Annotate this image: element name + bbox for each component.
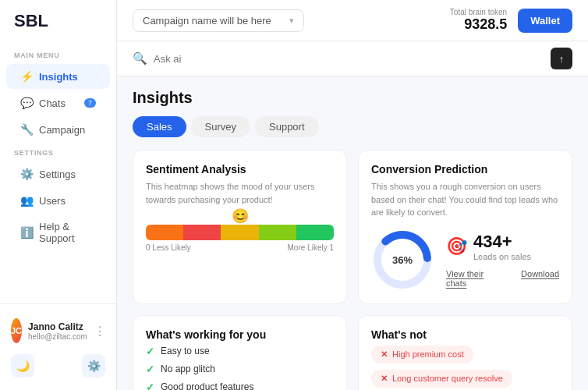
page-title: Insights [133,89,572,107]
sidebar-item-campaign[interactable]: 🔧 Campaign [6,117,110,142]
sidebar-item-insights-label: Insights [39,71,78,83]
sentiment-bar-container: 😊 [146,225,334,240]
sidebar-item-help[interactable]: ℹ️ Help & Support [6,214,110,250]
search-input[interactable] [154,53,544,65]
donut-label: 36% [392,254,413,265]
sentiment-label-left: 0 Less Likely [146,243,191,252]
working-item-3-label: Good product features [161,381,253,390]
token-info: Total brain token 9328.5 [450,8,507,33]
working-item-2: ✓ No app glitch [146,363,334,375]
download-link[interactable]: Download [521,269,559,288]
nowork-item-2: ✕ Long customer query resolve [371,370,512,388]
nowork-card: What's not ✕ High premium cost ✕ Long cu… [358,315,572,391]
sentiment-label-right: More Likely 1 [288,243,334,252]
sidebar-bottom-actions: 🌙 ⚙️ [0,349,116,382]
main-menu-label: MAIN MENU [0,45,116,63]
settings-icon: ⚙️ [20,168,33,180]
user-info: Janno Calitz hello@ziltac.com [28,321,87,341]
x-icon-1: ✕ [381,349,388,360]
main-content: Campaign name will be here ▾ Total brain… [117,0,588,390]
donut-chart: 36% [371,229,434,291]
sidebar-item-settings-label: Settings [39,168,76,180]
conversion-description: This shows you a rough conversion on use… [371,180,559,219]
sentiment-seg-5 [296,225,334,240]
avatar: JC [11,318,22,343]
sidebar-item-chats[interactable]: 💬 Chats 7 [6,90,110,115]
sidebar-item-users-label: Users [39,195,66,207]
topbar: Campaign name will be here ▾ Total brain… [117,0,588,41]
nowork-title: What's not [371,328,559,341]
nowork-item-1: ✕ High premium cost [371,346,473,363]
working-item-1: ✓ Easy to use [146,346,334,357]
conversion-card: Conversion Prediction This shows you a r… [358,150,572,304]
sentiment-seg-4 [259,225,296,240]
campaign-selector[interactable]: Campaign name will be here ▾ [133,9,304,32]
user-profile[interactable]: JC Janno Calitz hello@ziltac.com ⋮ [0,312,116,349]
campaign-name: Campaign name will be here [143,15,271,27]
nowork-item-2-label: Long customer query resolve [392,374,503,383]
conversion-content: 36% 🎯 434+ Leads on sales View their cha… [371,229,559,291]
sentiment-bar [146,225,334,240]
dark-mode-toggle[interactable]: 🌙 [11,354,34,378]
sentiment-emoji: 😊 [232,207,249,225]
insights-tabs: Sales Survey Support [133,116,572,137]
campaign-icon: 🔧 [20,123,33,136]
sidebar-item-campaign-label: Campaign [39,124,85,136]
check-icon-3: ✓ [146,381,154,391]
nowork-list: ✕ High premium cost ✕ Long customer quer… [371,346,559,388]
sidebar: SBL MAIN MENU ⚡ Insights 💬 Chats 7 🔧 Cam… [0,0,117,390]
user-name: Janno Calitz [28,321,87,332]
help-icon: ℹ️ [20,226,33,239]
tab-survey[interactable]: Survey [191,116,250,137]
working-title: What's working for you [146,328,334,341]
token-value: 9328.5 [450,16,507,33]
topbar-right: Total brain token 9328.5 Wallet [450,8,572,33]
tab-support[interactable]: Support [255,116,319,137]
chats-badge: 7 [84,98,96,108]
conversion-right: 🎯 434+ Leads on sales View their chats D… [446,232,559,288]
sidebar-bottom: JC Janno Calitz hello@ziltac.com ⋮ 🌙 ⚙️ [0,303,116,390]
conversion-sublabel: Leads on sales [473,252,531,261]
settings-label: SETTINGS [0,143,116,161]
view-chats-link[interactable]: View their chats [446,269,505,288]
sidebar-item-insights[interactable]: ⚡ Insights [6,64,110,89]
conversion-title: Conversion Prediction [371,163,559,176]
conversion-number: 434+ [473,232,531,252]
sentiment-seg-1 [146,225,183,240]
conversion-actions: View their chats Download [446,269,559,288]
search-submit-button[interactable]: ↑ [551,48,572,69]
chats-icon: 💬 [20,97,33,109]
user-email: hello@ziltac.com [28,332,87,341]
working-item-2-label: No app glitch [161,363,215,374]
x-icon-2: ✕ [381,374,388,384]
wallet-button[interactable]: Wallet [518,9,572,33]
sentiment-card: Sentiment Analysis This heatmap shows th… [133,150,347,304]
sentiment-labels: 0 Less Likely More Likely 1 [146,243,334,252]
check-icon-2: ✓ [146,363,154,375]
user-more-button[interactable]: ⋮ [94,324,106,339]
sidebar-item-settings[interactable]: ⚙️ Settings [6,161,110,186]
check-icon-1: ✓ [146,346,154,357]
nowork-item-1-label: High premium cost [392,349,464,359]
search-bar: 🔍 ↑ [117,41,588,76]
sentiment-title: Sentiment Analysis [146,163,334,176]
cards-grid: Sentiment Analysis This heatmap shows th… [133,150,572,390]
sentiment-description: This heatmap shows the mood of your user… [146,180,334,206]
insights-icon: ⚡ [20,70,33,83]
sidebar-item-chats-label: Chats [39,98,66,109]
sentiment-seg-3 [221,225,258,240]
sentiment-seg-2 [183,225,221,240]
sidebar-item-users[interactable]: 👥 Users [6,188,110,213]
working-item-3: ✓ Good product features [146,381,334,391]
users-icon: 👥 [20,194,33,207]
sidebar-logo: SBL [0,11,116,45]
working-list: ✓ Easy to use ✓ No app glitch ✓ Good pro… [146,346,334,391]
quick-settings-button[interactable]: ⚙️ [82,354,105,378]
tab-sales[interactable]: Sales [133,116,186,137]
token-label: Total brain token [450,8,507,16]
search-icon: 🔍 [133,51,147,66]
sidebar-item-help-label: Help & Support [39,221,96,244]
working-item-1-label: Easy to use [161,346,210,356]
content-area: Insights Sales Survey Support Sentiment … [117,76,588,390]
working-card: What's working for you ✓ Easy to use ✓ N… [133,315,347,391]
